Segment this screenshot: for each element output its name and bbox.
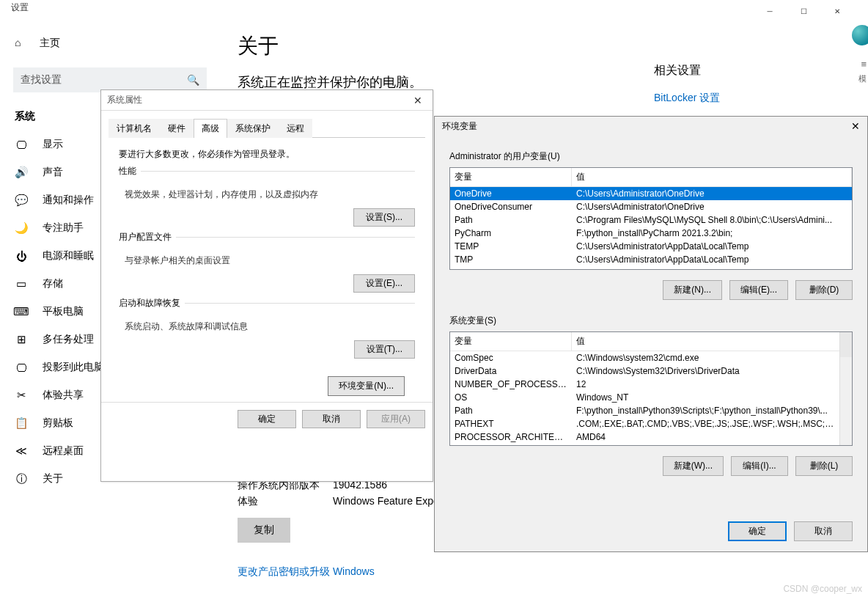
minimize-icon[interactable]: ─ [753,0,787,22]
tab[interactable]: 硬件 [160,119,194,138]
table-row[interactable]: OSWindows_NT [450,391,839,404]
var-name: Path [450,213,572,227]
sysprop-titlebar[interactable]: 系统属性 ✕ [101,90,433,111]
environment-variables-button[interactable]: 环境变量(N)... [328,376,405,396]
var-value: C:\Users\Administrator\AppData\Local\Tem… [572,253,852,266]
sidebar-item-icon: 📋 [15,417,28,430]
search-input[interactable]: 查找设置 🔍 [13,67,207,92]
sysprop-body: 计算机名硬件高级系统保护远程 要进行大多数更改，你必须作为管理员登录。 性能 视… [101,111,433,402]
col-variable[interactable]: 变量 [450,168,572,186]
var-name: OneDriveConsumer [450,200,572,213]
tab[interactable]: 计算机名 [108,119,160,138]
sysprop-title: 系统属性 [107,94,142,106]
sidebar-item-icon: ⊞ [15,333,28,346]
startup-label: 启动和故障恢复 [119,298,185,308]
sidebar-item-label: 专注助手 [43,221,84,235]
var-name: Path [450,404,572,417]
performance-settings-button[interactable]: 设置(S)... [353,208,415,227]
var-value: C:\Users\Administrator\OneDrive [572,200,852,213]
sidebar-item-label: 通知和操作 [43,194,94,207]
sidebar-item-icon: 💬 [15,194,28,207]
var-value: C:\Windows\system32\cmd.exe [572,351,839,364]
user-new-button[interactable]: 新建(N)... [663,280,722,300]
about-details: 操作系统内部版本 19042.1586 体验 Windows Feature E… [238,477,439,579]
close-icon[interactable]: ✕ [409,95,427,106]
bitlocker-link[interactable]: BitLocker 设置 [654,92,720,105]
var-name: OS [450,391,572,404]
sidebar-item-icon: 🖵 [15,361,28,374]
table-row[interactable]: OneDriveC:\Users\Administrator\OneDrive [450,187,852,200]
user-var-buttons: 新建(N)... 编辑(E)... 删除(D) [449,280,853,300]
maximize-icon[interactable]: ☐ [787,0,820,22]
col-value[interactable]: 值 [572,332,852,351]
sys-edit-button[interactable]: 编辑(I)... [731,456,788,476]
col-variable[interactable]: 变量 [450,332,572,351]
table-row[interactable]: TEMPC:\Users\Administrator\AppData\Local… [450,240,852,253]
table-row[interactable]: PROCESSOR_ARCHITECTUREAMD64 [450,430,839,444]
var-value: C:\Users\Administrator\AppData\Local\Tem… [572,240,852,253]
experience-label: 体验 [238,493,333,509]
table-row[interactable]: ComSpecC:\Windows\system32\cmd.exe [450,351,839,364]
sidebar-item-label: 剪贴板 [43,417,73,430]
table-header: 变量 值 [450,168,852,187]
sidebar-item-icon: 🖵 [15,138,28,151]
ok-button[interactable]: 确定 [728,521,787,541]
startup-desc: 系统启动、系统故障和调试信息 [125,320,415,333]
admin-note: 要进行大多数更改，你必须作为管理员登录。 [119,148,415,161]
user-delete-button[interactable]: 删除(D) [795,280,853,300]
table-row[interactable]: TMPC:\Users\Administrator\AppData\Local\… [450,253,852,266]
copy-button[interactable]: 复制 [238,518,290,543]
user-vars-table[interactable]: 变量 值 OneDriveC:\Users\Administrator\OneD… [449,167,853,270]
user-profile-settings-button[interactable]: 设置(E)... [353,274,415,293]
sidebar-item-icon: ✂ [15,389,28,402]
close-icon[interactable]: ✕ [820,0,854,22]
tab[interactable]: 高级 [194,119,227,138]
table-row[interactable]: PATHEXT.COM;.EXE;.BAT;.CMD;.VBS;.VBE;.JS… [450,417,839,430]
var-name: PATHEXT [450,417,572,430]
tab-content-advanced: 要进行大多数更改，你必须作为管理员登录。 性能 视觉效果，处理器计划，内存使用，… [108,138,425,402]
startup-settings-button[interactable]: 设置(T)... [354,340,415,359]
table-row[interactable]: PyCharmF:\python_install\PyCharm 2021.3.… [450,227,852,240]
table-row[interactable]: PathC:\Program Files\MySQL\MySQL Shell 8… [450,213,852,227]
scrollbar[interactable] [839,332,852,445]
cancel-button[interactable]: 取消 [794,521,853,541]
sidebar-home[interactable]: ⌂ 主页 [0,32,220,54]
sys-vars-table[interactable]: 变量 值 ComSpecC:\Windows\system32\cmd.exeD… [449,331,853,446]
var-value: C:\Program Files\MySQL\MySQL Shell 8.0\b… [572,213,852,227]
tab[interactable]: 系统保护 [227,119,279,138]
environment-variables-dialog: 环境变量 ✕ Administrator 的用户变量(U) 变量 值 OneDr… [434,116,868,552]
var-value: AMD64 [572,430,839,444]
sys-new-button[interactable]: 新建(W)... [663,456,724,476]
sidebar-item-icon: ⓘ [15,472,28,485]
tab[interactable]: 远程 [279,119,312,138]
sys-delete-button[interactable]: 删除(L) [795,456,853,476]
user-edit-button[interactable]: 编辑(E)... [729,280,788,300]
apply-button[interactable]: 应用(A) [367,410,425,428]
change-product-key-link[interactable]: 更改产品密钥或升级 Windows [238,563,439,579]
var-name: ComSpec [450,351,572,364]
envdlg-title: 环境变量 [442,120,477,133]
table-row[interactable]: OneDriveConsumerC:\Users\Administrator\O… [450,200,852,213]
search-placeholder: 查找设置 [21,73,62,87]
table-header: 变量 值 [450,332,852,351]
var-value: .COM;.EXE;.BAT;.CMD;.VBS;.VBE;.JS;.JSE;.… [572,417,839,430]
close-icon[interactable]: ✕ [851,120,860,132]
ok-button[interactable]: 确定 [238,410,296,428]
col-value[interactable]: 值 [572,168,852,186]
cancel-button[interactable]: 取消 [302,410,361,428]
settings-main: 关于 系统正在监控并保护你的电脑。 相关设置 BitLocker 设置 设备管理… [238,22,839,91]
envdlg-footer: 确定 取消 [728,521,853,541]
page-subtitle: 系统正在监控并保护你的电脑。 [238,73,839,91]
edge-globe-icon [852,25,868,45]
table-row[interactable]: DriverDataC:\Windows\System32\Drivers\Dr… [450,364,839,378]
user-vars-header: Administrator 的用户变量(U) [449,150,853,163]
user-profile-desc: 与登录帐户相关的桌面设置 [125,254,415,267]
var-name: PyCharm [450,227,572,240]
table-row[interactable]: NUMBER_OF_PROCESSORS12 [450,378,839,391]
sidebar-item-label: 电源和睡眠 [43,249,94,263]
var-name: OneDrive [450,187,572,200]
sidebar-item-label: 关于 [43,472,63,485]
table-row[interactable]: PathF:\python_install\Python39\Scripts\;… [450,404,839,417]
home-icon: ⌂ [15,37,28,50]
envdlg-titlebar[interactable]: 环境变量 ✕ [435,117,867,136]
